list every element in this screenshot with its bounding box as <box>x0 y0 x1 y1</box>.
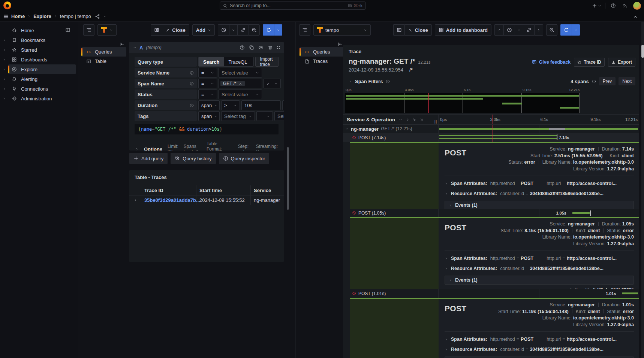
collapse-one-icon[interactable] <box>398 118 403 122</box>
span-attributes-toggle[interactable]: Span Attributes: http.method=POST http.u… <box>445 337 634 342</box>
collapse-all-icon[interactable] <box>413 118 417 122</box>
tags-scope[interactable]: span <box>198 111 220 121</box>
events-toggle[interactable]: Events (1) <box>445 357 634 358</box>
resource-attributes-toggle[interactable]: Resource Attributes: container.id=304fd8… <box>445 347 634 352</box>
query-history-button[interactable]: Query history <box>171 153 216 164</box>
duration-operator[interactable]: > <box>221 100 240 110</box>
add-query-button[interactable]: Add query <box>129 153 168 164</box>
tags-key-select[interactable]: Select tag <box>221 111 255 121</box>
expand-one-icon[interactable] <box>406 118 410 122</box>
service-name-operator[interactable]: = <box>198 68 217 78</box>
span-name-select[interactable]: GET /* <box>219 79 262 88</box>
span-name-chip[interactable]: GET /* <box>220 81 245 86</box>
add-to-dashboard-button[interactable]: Add to dashboard <box>435 24 491 36</box>
expand-row-icon[interactable] <box>134 198 137 202</box>
move-pane-button[interactable] <box>151 24 162 36</box>
span-filters-toggle[interactable]: Span Filters <box>349 79 390 84</box>
status-operator[interactable]: = <box>198 90 217 99</box>
news-button[interactable] <box>621 1 629 10</box>
breadcrumb-explore[interactable]: Explore <box>33 13 51 19</box>
panel-title[interactable]: Table - Traces <box>129 170 284 180</box>
tab-traceql[interactable]: TraceQL <box>224 57 252 66</box>
options-section[interactable]: Options Limit: 20 Spans Limit: 3 Table F… <box>135 137 279 151</box>
left-pane-scrollbar[interactable] <box>287 147 289 210</box>
duration-value-input[interactable]: 10s <box>241 100 281 110</box>
sidebar-item-alerting[interactable]: Alerting <box>0 74 78 84</box>
collapse-sidebar-button[interactable] <box>118 40 126 48</box>
trace-id-button[interactable]: Trace ID <box>574 58 605 67</box>
link-button-right[interactable] <box>523 24 534 36</box>
time-picker-button-right[interactable] <box>503 24 515 36</box>
span-name-operator[interactable]: = <box>198 79 217 88</box>
trace-id-link[interactable]: 35be0f3d29a01adda7b... <box>144 197 200 203</box>
span-row-post-3[interactable]: POST (1.01s) 1.01s <box>343 289 639 298</box>
sidebar-item-explore[interactable]: Explore <box>0 64 78 74</box>
run-query-caret-right[interactable] <box>572 24 580 36</box>
export-button[interactable]: Export <box>608 58 635 67</box>
collapse-sidebar-button-right[interactable] <box>336 40 344 48</box>
query-inspector-button[interactable]: Query inspector <box>219 153 270 164</box>
span-attributes-toggle[interactable]: Span Attributes: http.method=POST http.u… <box>445 256 634 261</box>
span-bar-post-2[interactable] <box>572 212 590 214</box>
span-bar-post-1[interactable] <box>439 135 557 136</box>
query-help-icon[interactable] <box>240 45 245 50</box>
tags-operator[interactable]: = <box>256 111 273 121</box>
zoom-out-button-right[interactable] <box>546 24 557 36</box>
help-button[interactable] <box>609 1 617 10</box>
time-picker-caret-right[interactable] <box>515 24 523 36</box>
tab-traces-right[interactable]: Traces <box>300 57 344 66</box>
close-pane-button-right[interactable]: Close <box>404 24 431 36</box>
add-dropdown-button[interactable]: Add <box>192 24 215 36</box>
run-query-caret-left[interactable] <box>274 24 282 36</box>
tab-queries-right[interactable]: Queries <box>300 47 344 57</box>
chevron-down-icon[interactable] <box>103 15 106 18</box>
column-start-time[interactable]: Start time <box>196 185 250 195</box>
move-pane-button-right[interactable] <box>393 24 404 36</box>
span-attributes-toggle[interactable]: Span Attributes: http.method=POST http.u… <box>445 181 634 186</box>
content-outline-button[interactable] <box>83 24 94 36</box>
avatar[interactable] <box>633 2 641 10</box>
span-bar-post-3[interactable] <box>622 292 638 294</box>
datasource-picker-right[interactable]: tempo <box>313 24 371 36</box>
share-icon[interactable] <box>95 14 100 19</box>
time-picker-caret-left[interactable] <box>229 24 237 36</box>
chevron-down-icon[interactable] <box>345 127 349 131</box>
tags-value-select[interactable]: Select va <box>274 111 284 121</box>
collapse-topbar-button[interactable] <box>631 13 640 21</box>
query-editor-header[interactable]: A (tempo) <box>129 42 284 53</box>
give-feedback-link[interactable]: Give feedback <box>532 60 571 65</box>
zoom-out-button-left[interactable] <box>249 24 260 36</box>
panel-title[interactable]: Trace <box>349 49 361 54</box>
dock-menu-button[interactable] <box>65 27 70 34</box>
span-row-root[interactable]: ng-manager GET /* (12.21s) <box>343 125 639 133</box>
sidebar-item-starred[interactable]: Starred <box>0 45 78 55</box>
span-row-post-1[interactable]: POST (7.14s) 7.14s <box>343 133 639 142</box>
time-shift-forward-button[interactable] <box>534 24 543 36</box>
minimap-canvas[interactable] <box>345 93 580 113</box>
resource-attributes-toggle[interactable]: Resource Attributes: container.id=304fd8… <box>445 191 634 196</box>
duration-scope[interactable]: span <box>198 100 220 110</box>
time-shift-back-button[interactable] <box>494 24 503 36</box>
events-toggle[interactable]: Events (1) <box>445 201 634 209</box>
tab-queries-left[interactable]: Queries <box>81 47 126 57</box>
column-trace-id[interactable]: Trace ID <box>141 188 196 193</box>
next-result-button[interactable]: Next <box>619 77 635 85</box>
table-row[interactable]: 35be0f3d29a01adda7b... 2024-12-09 15:55:… <box>129 195 284 205</box>
trace-minimap[interactable]: 0μs 3.05s 6.1s 9.15s 12.21s <box>345 88 580 113</box>
page-scrollbar[interactable] <box>641 22 644 358</box>
sidebar-item-administration[interactable]: Administration <box>0 94 78 103</box>
link-button-left[interactable] <box>237 24 249 36</box>
breadcrumb-home[interactable]: Home <box>11 13 25 19</box>
run-query-button-left[interactable] <box>263 24 274 36</box>
sidebar-item-connections[interactable]: Connections <box>0 84 78 94</box>
resource-attributes-toggle[interactable]: Resource Attributes: container.id=304fd8… <box>445 266 634 271</box>
tab-table-left[interactable]: Table <box>81 57 126 66</box>
content-outline-button-right[interactable] <box>299 24 310 36</box>
import-trace-button[interactable]: Import trace <box>255 57 279 67</box>
sidebar-item-bookmarks[interactable]: Bookmarks <box>0 35 78 45</box>
column-service[interactable]: Service <box>250 185 284 195</box>
events-toggle[interactable]: Events (1) <box>445 276 634 285</box>
search-input[interactable]: Search or jump to... ⌘+k <box>220 1 366 10</box>
tab-service-graph[interactable]: Service Graph <box>252 57 254 66</box>
span-name-clear[interactable] <box>264 79 281 88</box>
